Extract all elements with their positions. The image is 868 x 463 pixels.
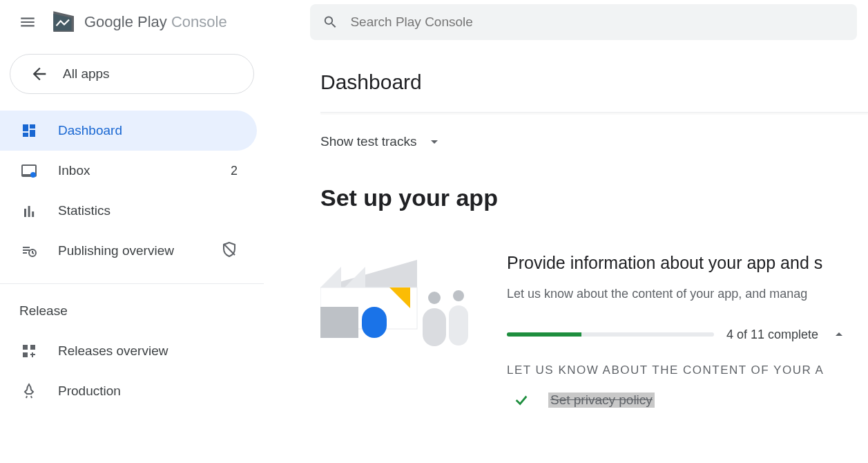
sidebar-item-label: Inbox [58,163,90,178]
sidebar-item-publishing-overview[interactable]: Publishing overview [0,231,257,271]
setup-card-title: Provide information about your app and s [507,253,868,273]
search-input[interactable] [350,15,845,30]
sidebar-item-releases-overview[interactable]: Releases overview [0,331,257,371]
svg-point-17 [453,290,464,301]
svg-marker-14 [345,267,365,287]
setup-illustration [320,253,479,350]
svg-marker-13 [320,267,341,287]
svg-rect-7 [23,352,28,357]
production-icon [19,383,39,399]
divider [0,283,264,284]
search-bar[interactable] [310,4,857,40]
svg-rect-11 [362,307,387,338]
progress-bar [507,332,714,337]
task-item-privacy-policy: Set privacy policy [507,388,868,412]
svg-rect-6 [30,345,35,350]
svg-rect-16 [423,308,446,346]
setup-heading: Set up your app [320,185,868,211]
chevron-up-icon[interactable] [831,326,847,343]
logo[interactable]: Google Play Console [50,8,227,37]
brand-suffix: Console [171,13,227,30]
play-console-logo-icon [50,8,79,37]
statistics-icon [19,202,39,219]
search-icon [322,14,338,30]
svg-rect-5 [23,345,28,350]
setup-card-description: Let us know about the content of your ap… [507,287,868,301]
sidebar-item-label: Releases overview [58,343,168,359]
task-link-privacy-policy[interactable]: Set privacy policy [548,393,655,408]
publishing-disabled-icon [221,241,238,261]
inbox-icon [19,162,39,179]
inbox-badge: 2 [231,164,238,178]
hamburger-menu-button[interactable] [11,6,44,39]
sidebar-item-label: Production [58,384,121,399]
sidebar-item-inbox[interactable]: Inbox 2 [0,151,257,191]
show-test-tracks-toggle[interactable]: Show test tracks [320,133,443,150]
dashboard-icon [19,122,39,139]
svg-point-2 [30,172,36,178]
arrow-left-icon [30,64,49,84]
brand-text: Google Play Console [84,13,227,31]
all-apps-button[interactable]: All apps [10,54,254,94]
page-title: Dashboard [320,70,868,94]
svg-point-15 [428,292,441,304]
sidebar-item-label: Publishing overview [58,243,174,258]
check-icon [514,393,529,408]
header: Google Play Console [0,0,868,44]
chevron-down-icon [426,133,443,150]
releases-overview-icon [19,343,39,359]
all-apps-label: All apps [63,66,110,82]
brand-name: Google Play [84,13,167,30]
progress-fill [507,332,581,337]
publishing-overview-icon [19,243,39,259]
progress-text: 4 of 11 complete [726,328,818,342]
progress-row: 4 of 11 complete [507,326,868,343]
sidebar-item-dashboard[interactable]: Dashboard [0,111,257,151]
divider [320,112,868,113]
svg-rect-18 [449,305,468,346]
svg-rect-10 [320,307,358,338]
sidebar-item-production[interactable]: Production [0,371,257,411]
sidebar-section-release: Release [0,296,264,331]
setup-card: Provide information about your app and s… [320,253,868,412]
sidebar: All apps Dashboard Inbox 2 Statistics [0,44,264,463]
main-content: Dashboard Show test tracks Set up your a… [264,44,868,463]
task-section-label: LET US KNOW ABOUT THE CONTENT OF YOUR A [507,363,868,377]
show-test-tracks-label: Show test tracks [320,134,416,149]
sidebar-item-label: Dashboard [58,123,122,138]
sidebar-item-label: Statistics [58,203,110,218]
menu-icon [19,13,37,31]
sidebar-item-statistics[interactable]: Statistics [0,191,257,231]
